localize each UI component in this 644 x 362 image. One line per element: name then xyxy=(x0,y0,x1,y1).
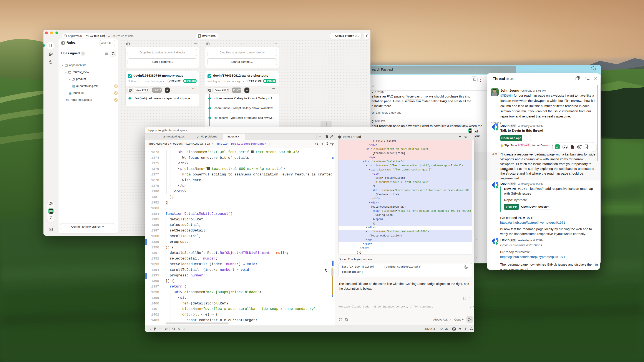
svg-text:MD: MD xyxy=(464,298,466,300)
